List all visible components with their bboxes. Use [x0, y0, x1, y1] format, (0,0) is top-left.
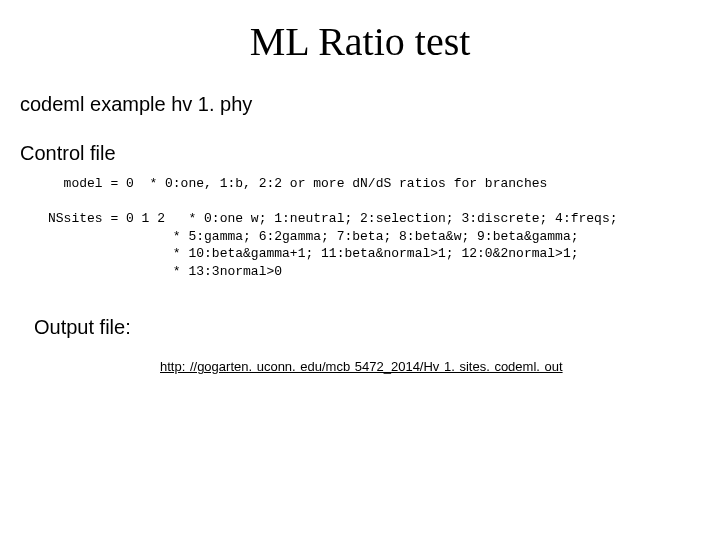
output-file-label: Output file:	[34, 316, 720, 339]
slide: ML Ratio test codeml example hv 1. phy C…	[0, 0, 720, 540]
example-label: codeml example hv 1. phy	[20, 93, 720, 116]
page-title: ML Ratio test	[0, 0, 720, 65]
control-file-code: model = 0 * 0:one, 1:b, 2:2 or more dN/d…	[48, 175, 720, 280]
output-file-link[interactable]: http: //gogarten. uconn. edu/mcb 5472_20…	[160, 359, 563, 374]
control-file-label: Control file	[20, 142, 720, 165]
